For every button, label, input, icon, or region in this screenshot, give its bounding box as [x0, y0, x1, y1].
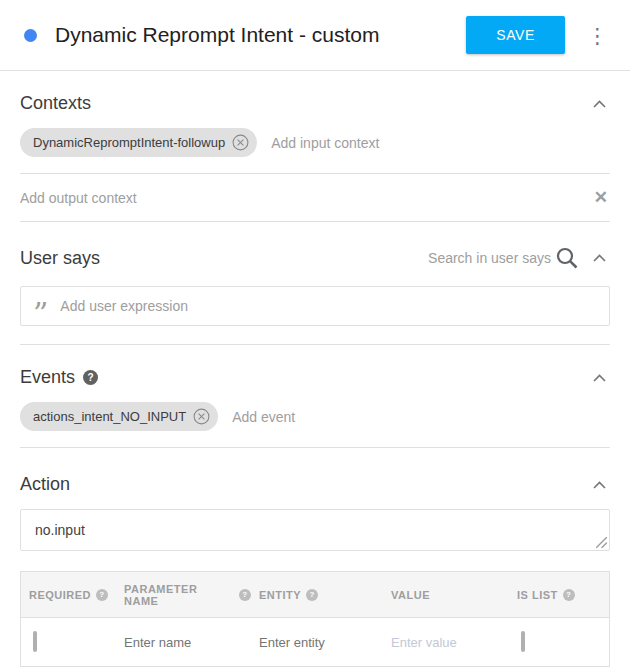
action-name-field[interactable]: no.input	[20, 509, 610, 551]
search-icon[interactable]	[555, 246, 579, 270]
user-says-title: User says	[20, 248, 100, 269]
add-output-context-field[interactable]	[20, 190, 592, 206]
add-user-expression-field[interactable]	[60, 298, 597, 314]
header-value: VALUE	[383, 589, 509, 601]
required-help-icon[interactable]: ?	[96, 589, 108, 601]
events-collapse-chevron-up-icon[interactable]	[589, 370, 610, 386]
resize-handle-icon[interactable]	[596, 537, 607, 548]
header-is-list: IS LIST ?	[509, 589, 609, 601]
action-title: Action	[20, 474, 70, 495]
contexts-collapse-chevron-up-icon[interactable]	[589, 96, 610, 112]
header-parameter-name: PARAMETER NAME ?	[116, 583, 251, 607]
input-context-chip-label: DynamicRepromptIntent-followup	[33, 135, 225, 150]
parameter-name-field[interactable]	[124, 635, 245, 650]
contexts-section: Contexts DynamicRepromptIntent-followup …	[0, 71, 630, 222]
user-expression-box: ”	[20, 286, 610, 326]
save-button[interactable]: SAVE	[466, 16, 565, 54]
user-says-search	[401, 246, 579, 270]
search-input[interactable]	[401, 250, 551, 266]
output-contexts-row: ✕	[20, 174, 610, 222]
add-input-context-field[interactable]	[271, 135, 610, 151]
action-name-value: no.input	[35, 522, 85, 538]
is-list-help-icon[interactable]: ?	[563, 589, 575, 601]
remove-event-icon[interactable]	[193, 408, 210, 425]
kebab-menu-icon[interactable]: ⋮	[581, 21, 614, 50]
parameter-name-help-icon[interactable]: ?	[239, 589, 251, 601]
parameters-table: REQUIRED ? PARAMETER NAME ? ENTITY ? VAL…	[20, 571, 610, 667]
parameters-header-row: REQUIRED ? PARAMETER NAME ? ENTITY ? VAL…	[21, 572, 609, 618]
events-row: actions_intent_NO_INPUT	[20, 388, 610, 448]
page-title: Dynamic Reprompt Intent - custom	[55, 23, 466, 47]
event-chip[interactable]: actions_intent_NO_INPUT	[20, 402, 218, 431]
intent-dot-icon	[24, 29, 37, 42]
add-event-field[interactable]	[232, 409, 610, 425]
intent-header: Dynamic Reprompt Intent - custom SAVE ⋮	[0, 0, 630, 71]
events-section: Events ? actions_intent_NO_INPUT	[0, 345, 630, 448]
user-says-section: User says ”	[20, 222, 610, 345]
clear-contexts-icon[interactable]: ✕	[592, 189, 610, 206]
events-title: Events	[20, 367, 75, 388]
header-required: REQUIRED ?	[21, 589, 116, 601]
entity-help-icon[interactable]: ?	[306, 589, 318, 601]
action-collapse-chevron-up-icon[interactable]	[589, 477, 610, 493]
entity-field[interactable]	[259, 635, 377, 650]
is-list-checkbox[interactable]	[521, 631, 525, 652]
remove-input-context-icon[interactable]	[232, 134, 249, 151]
events-help-icon[interactable]: ?	[83, 370, 98, 385]
required-checkbox[interactable]	[33, 631, 37, 652]
input-contexts-row: DynamicRepromptIntent-followup	[20, 114, 610, 174]
contexts-title: Contexts	[20, 93, 91, 114]
parameter-row	[21, 618, 609, 666]
action-section: Action no.input	[0, 448, 630, 551]
event-chip-label: actions_intent_NO_INPUT	[33, 409, 186, 424]
user-says-collapse-chevron-up-icon[interactable]	[589, 250, 610, 266]
value-field[interactable]	[391, 635, 503, 650]
input-context-chip[interactable]: DynamicRepromptIntent-followup	[20, 128, 257, 157]
header-entity: ENTITY ?	[251, 589, 383, 601]
